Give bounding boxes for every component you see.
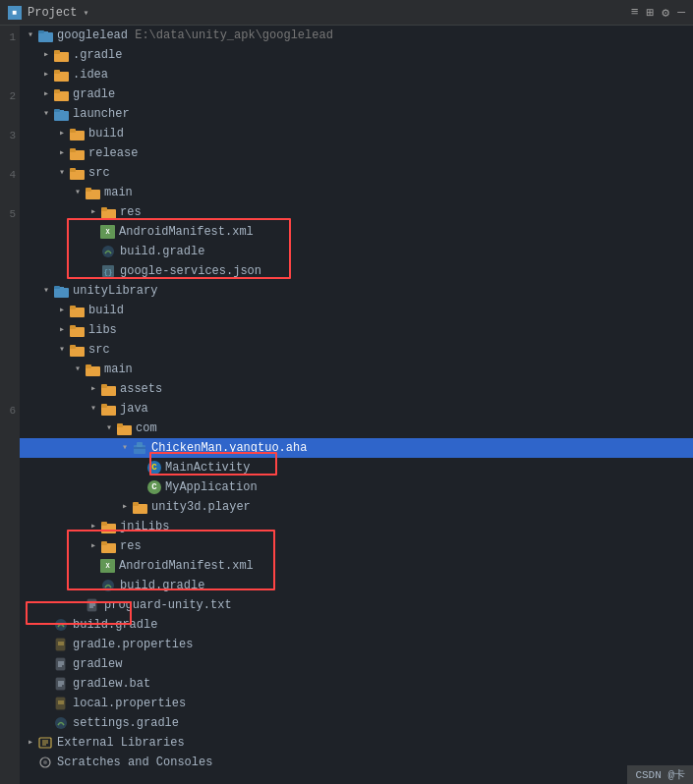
tree-item-label: src [88,163,693,183]
expand-arrow-closed[interactable] [87,202,100,222]
expand-arrow-closed[interactable] [87,517,100,536]
tree-item[interactable]: .gradle [20,45,693,65]
tree-item[interactable]: build.gradle [20,242,693,261]
expand-arrow-open[interactable] [24,26,37,45]
title-bar-left: ■ Project ▾ [8,6,88,20]
tree-item[interactable]: CMainActivity [20,458,693,477]
svg-rect-12 [54,109,60,112]
expand-arrow-closed[interactable] [39,84,53,104]
file-tree: googlelead E:\data\unity_apk\googlelead.… [20,26,693,784]
tree-item[interactable]: gradle [20,84,693,104]
expand-arrow-open[interactable] [71,183,85,202]
title-label: Project [28,6,77,20]
tree-item[interactable]: {}google-services.json [20,261,693,281]
text-file-icon [53,676,69,692]
folder-icon [85,362,100,377]
line-numbers: 1 2 3 4 5 6 [0,26,20,784]
tree-item[interactable]: proguard-unity.txt [20,595,693,615]
tree-item[interactable]: main [20,360,693,379]
expand-arrow-open[interactable] [87,399,100,419]
expand-arrow-closed[interactable] [87,379,100,399]
tree-item-label: main [104,183,693,202]
folder-icon [69,126,85,141]
tree-item[interactable]: libs [20,320,693,340]
tree-item-label: build.gradle [120,576,693,595]
tree-item[interactable]: build.gradle [20,576,693,595]
tree-item[interactable]: build [20,301,693,320]
tree-item[interactable]: XAndroidManifest.xml [20,222,693,242]
tree-item[interactable]: Scratches and Consoles [20,753,693,772]
tree-item[interactable]: gradlew [20,654,693,674]
expand-arrow-open[interactable] [55,340,69,360]
toolbar-icon-3[interactable]: ⚙ [662,5,669,21]
folder-icon [53,47,69,63]
tree-item-label: .idea [73,65,693,84]
gradle-file-icon [100,578,116,593]
tree-item[interactable]: assets [20,379,693,399]
tree-item-label: libs [88,320,693,340]
svg-rect-40 [101,384,107,388]
tree-item[interactable]: jniLibs [20,517,693,536]
tree-item[interactable]: External Libraries [20,733,693,753]
toolbar-icon-2[interactable]: ⊞ [647,5,655,21]
expand-arrow-closed[interactable] [55,301,69,320]
expand-arrow-open[interactable] [55,163,69,183]
expand-arrow-closed[interactable] [55,124,69,143]
tree-item[interactable]: ChickenMan.yangtuo.aha [20,438,693,458]
tree-item[interactable]: local.properties [20,694,693,713]
tree-item-label: res [120,202,693,222]
svg-text:{}: {} [104,268,112,276]
folder-icon [132,499,147,515]
tree-item[interactable]: build [20,124,693,143]
tree-item[interactable]: src [20,340,693,360]
tree-item[interactable]: res [20,536,693,556]
folder-module-icon [53,283,69,299]
toolbar-icon-1[interactable]: ≡ [631,5,639,20]
expand-arrow-closed[interactable] [118,497,132,517]
xml-file-icon: X [100,559,115,573]
expand-arrow-open[interactable] [71,360,85,379]
tree-item[interactable]: XAndroidManifest.xml [20,556,693,576]
tree-item[interactable]: CMyApplication [20,477,693,497]
tree-item[interactable]: settings.gradle [20,713,693,733]
tree-item[interactable]: gradle.properties [20,635,693,654]
folder-icon [69,145,85,161]
tree-item-label: build [88,301,693,320]
toolbar-icon-4[interactable]: — [677,5,685,20]
folder-icon [100,538,116,554]
tree-item[interactable]: java [20,399,693,419]
external-libraries-icon [37,735,53,751]
tree-item[interactable]: com [20,419,693,438]
svg-rect-36 [70,345,76,349]
tree-item[interactable]: build.gradle [20,615,693,635]
tree-item[interactable]: launcher [20,104,693,124]
expand-arrow-closed[interactable] [39,65,53,84]
tree-item[interactable]: res [20,202,693,222]
expand-arrow-closed[interactable] [55,320,69,340]
expand-arrow-open[interactable] [39,104,53,124]
svg-rect-7 [54,70,60,74]
expand-arrow-open[interactable] [118,438,132,458]
tree-item[interactable]: unityLibrary [20,281,693,301]
tree-item[interactable]: .idea [20,65,693,84]
expand-arrow-closed[interactable] [87,536,100,556]
expand-arrow-closed[interactable] [55,143,69,163]
title-bar: ■ Project ▾ ≡ ⊞ ⚙ — [0,0,693,26]
expand-arrow-closed[interactable] [24,733,37,753]
tree-item[interactable]: googlelead E:\data\unity_apk\googlelead [20,26,693,45]
gradle-file-icon [53,715,69,731]
tree-item[interactable]: gradlew.bat [20,674,693,694]
gradle-file-icon [100,244,116,259]
svg-rect-53 [101,541,107,545]
folder-icon [116,420,132,436]
tree-item[interactable]: unity3d.player [20,497,693,517]
svg-rect-32 [70,306,76,309]
expand-arrow-open[interactable] [39,281,53,301]
tree-item[interactable]: main [20,183,693,202]
expand-arrow-open[interactable] [102,419,116,438]
tree-item[interactable]: release [20,143,693,163]
dropdown-arrow[interactable]: ▾ [83,7,88,19]
expand-arrow-closed[interactable] [39,45,53,65]
svg-rect-46 [137,442,143,447]
tree-item[interactable]: src [20,163,693,183]
